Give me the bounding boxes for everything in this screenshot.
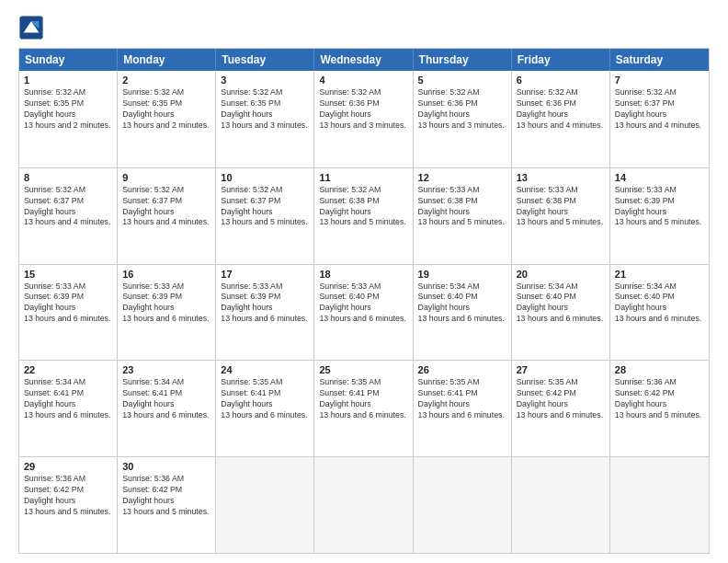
calendar-cell: 2 Sunrise: 5:32 AMSunset: 6:35 PMDayligh…	[118, 71, 216, 167]
day-number: 24	[221, 364, 309, 375]
calendar-cell: 30 Sunrise: 5:36 AMSunset: 6:42 PMDaylig…	[118, 457, 216, 553]
day-info: Sunrise: 5:35 AMSunset: 6:41 PMDaylight …	[418, 377, 506, 421]
calendar-cell: 9 Sunrise: 5:32 AMSunset: 6:37 PMDayligh…	[118, 168, 216, 264]
day-info: Sunrise: 5:32 AMSunset: 6:37 PMDaylight …	[615, 87, 704, 132]
calendar-cell	[216, 457, 314, 553]
day-number: 11	[319, 172, 407, 183]
day-number: 7	[615, 75, 704, 86]
day-number: 2	[122, 75, 210, 86]
week-row-3: 15 Sunrise: 5:33 AMSunset: 6:39 PMDaylig…	[19, 264, 709, 361]
day-info: Sunrise: 5:32 AMSunset: 6:37 PMDaylight …	[122, 185, 210, 229]
calendar-cell: 16 Sunrise: 5:33 AMSunset: 6:39 PMDaylig…	[118, 265, 216, 361]
day-info: Sunrise: 5:33 AMSunset: 6:39 PMDaylight …	[122, 282, 210, 326]
calendar-cell: 20 Sunrise: 5:34 AMSunset: 6:40 PMDaylig…	[512, 265, 610, 361]
calendar-cell: 5 Sunrise: 5:32 AMSunset: 6:36 PMDayligh…	[414, 71, 512, 167]
calendar-cell: 29 Sunrise: 5:36 AMSunset: 6:42 PMDaylig…	[19, 457, 118, 553]
day-number: 1	[24, 75, 112, 86]
day-info: Sunrise: 5:32 AMSunset: 6:35 PMDaylight …	[122, 87, 210, 132]
logo	[18, 15, 48, 40]
day-info: Sunrise: 5:34 AMSunset: 6:41 PMDaylight …	[122, 377, 210, 421]
day-info: Sunrise: 5:32 AMSunset: 6:38 PMDaylight …	[319, 185, 407, 229]
day-number: 20	[517, 269, 605, 280]
week-row-1: 1 Sunrise: 5:32 AMSunset: 6:35 PMDayligh…	[19, 71, 709, 167]
day-number: 9	[122, 172, 210, 183]
day-number: 19	[418, 269, 506, 280]
day-info: Sunrise: 5:34 AMSunset: 6:41 PMDaylight …	[24, 377, 112, 421]
calendar-cell: 1 Sunrise: 5:32 AMSunset: 6:35 PMDayligh…	[19, 71, 118, 167]
day-info: Sunrise: 5:33 AMSunset: 6:39 PMDaylight …	[221, 282, 309, 326]
day-number: 27	[517, 364, 605, 375]
day-number: 22	[24, 364, 112, 375]
calendar-cell: 12 Sunrise: 5:33 AMSunset: 6:38 PMDaylig…	[414, 168, 512, 264]
day-number: 16	[122, 269, 210, 280]
day-number: 25	[319, 364, 407, 375]
day-info: Sunrise: 5:32 AMSunset: 6:35 PMDaylight …	[24, 87, 112, 132]
calendar-header: Sunday Monday Tuesday Wednesday Thursday…	[19, 49, 709, 71]
calendar-cell: 22 Sunrise: 5:34 AMSunset: 6:41 PMDaylig…	[19, 361, 118, 456]
calendar-cell: 10 Sunrise: 5:32 AMSunset: 6:37 PMDaylig…	[216, 168, 314, 264]
calendar: Sunday Monday Tuesday Wednesday Thursday…	[18, 48, 710, 554]
week-row-4: 22 Sunrise: 5:34 AMSunset: 6:41 PMDaylig…	[19, 360, 709, 456]
day-number: 28	[615, 364, 704, 375]
calendar-cell: 19 Sunrise: 5:34 AMSunset: 6:40 PMDaylig…	[414, 265, 512, 361]
calendar-cell: 21 Sunrise: 5:34 AMSunset: 6:40 PMDaylig…	[610, 265, 709, 361]
calendar-cell: 28 Sunrise: 5:36 AMSunset: 6:42 PMDaylig…	[610, 361, 709, 456]
calendar-cell	[610, 457, 709, 553]
calendar-cell: 26 Sunrise: 5:35 AMSunset: 6:41 PMDaylig…	[414, 361, 512, 456]
day-info: Sunrise: 5:32 AMSunset: 6:37 PMDaylight …	[221, 185, 309, 229]
week-row-5: 29 Sunrise: 5:36 AMSunset: 6:42 PMDaylig…	[19, 456, 709, 553]
day-info: Sunrise: 5:32 AMSunset: 6:36 PMDaylight …	[418, 87, 506, 132]
day-number: 26	[418, 364, 506, 375]
day-info: Sunrise: 5:33 AMSunset: 6:39 PMDaylight …	[615, 185, 704, 229]
calendar-cell: 25 Sunrise: 5:35 AMSunset: 6:41 PMDaylig…	[314, 361, 413, 456]
day-number: 18	[319, 269, 407, 280]
day-number: 8	[24, 172, 112, 183]
day-info: Sunrise: 5:34 AMSunset: 6:40 PMDaylight …	[517, 282, 605, 326]
calendar-cell: 24 Sunrise: 5:35 AMSunset: 6:41 PMDaylig…	[216, 361, 314, 456]
header-saturday: Saturday	[610, 49, 709, 71]
week-row-2: 8 Sunrise: 5:32 AMSunset: 6:37 PMDayligh…	[19, 167, 709, 264]
calendar-body: 1 Sunrise: 5:32 AMSunset: 6:35 PMDayligh…	[19, 71, 709, 553]
calendar-cell: 15 Sunrise: 5:33 AMSunset: 6:39 PMDaylig…	[19, 265, 118, 361]
day-info: Sunrise: 5:33 AMSunset: 6:38 PMDaylight …	[517, 185, 605, 229]
calendar-cell: 13 Sunrise: 5:33 AMSunset: 6:38 PMDaylig…	[512, 168, 610, 264]
page: Sunday Monday Tuesday Wednesday Thursday…	[0, 0, 728, 563]
calendar-cell: 8 Sunrise: 5:32 AMSunset: 6:37 PMDayligh…	[19, 168, 118, 264]
calendar-cell: 27 Sunrise: 5:35 AMSunset: 6:42 PMDaylig…	[512, 361, 610, 456]
day-info: Sunrise: 5:34 AMSunset: 6:40 PMDaylight …	[418, 282, 506, 326]
day-number: 23	[122, 364, 210, 375]
calendar-cell	[414, 457, 512, 553]
calendar-cell: 11 Sunrise: 5:32 AMSunset: 6:38 PMDaylig…	[314, 168, 413, 264]
day-number: 14	[615, 172, 704, 183]
day-info: Sunrise: 5:36 AMSunset: 6:42 PMDaylight …	[24, 474, 112, 518]
day-number: 4	[319, 75, 407, 86]
calendar-cell: 7 Sunrise: 5:32 AMSunset: 6:37 PMDayligh…	[610, 71, 709, 167]
header-wednesday: Wednesday	[314, 49, 413, 71]
day-info: Sunrise: 5:36 AMSunset: 6:42 PMDaylight …	[122, 474, 210, 518]
calendar-cell: 6 Sunrise: 5:32 AMSunset: 6:36 PMDayligh…	[512, 71, 610, 167]
header	[18, 15, 710, 40]
day-info: Sunrise: 5:33 AMSunset: 6:38 PMDaylight …	[418, 185, 506, 229]
day-info: Sunrise: 5:35 AMSunset: 6:41 PMDaylight …	[319, 377, 407, 421]
day-number: 13	[517, 172, 605, 183]
day-number: 29	[24, 461, 112, 472]
day-number: 15	[24, 269, 112, 280]
calendar-cell: 23 Sunrise: 5:34 AMSunset: 6:41 PMDaylig…	[118, 361, 216, 456]
calendar-cell	[314, 457, 413, 553]
header-monday: Monday	[118, 49, 216, 71]
header-friday: Friday	[512, 49, 610, 71]
day-info: Sunrise: 5:32 AMSunset: 6:35 PMDaylight …	[221, 87, 309, 132]
logo-icon	[18, 15, 44, 40]
calendar-cell: 3 Sunrise: 5:32 AMSunset: 6:35 PMDayligh…	[216, 71, 314, 167]
calendar-cell: 18 Sunrise: 5:33 AMSunset: 6:40 PMDaylig…	[314, 265, 413, 361]
day-number: 30	[122, 461, 210, 472]
calendar-cell: 4 Sunrise: 5:32 AMSunset: 6:36 PMDayligh…	[314, 71, 413, 167]
day-number: 17	[221, 269, 309, 280]
day-number: 21	[615, 269, 704, 280]
day-info: Sunrise: 5:33 AMSunset: 6:39 PMDaylight …	[24, 282, 112, 326]
day-info: Sunrise: 5:36 AMSunset: 6:42 PMDaylight …	[615, 377, 704, 421]
day-info: Sunrise: 5:35 AMSunset: 6:41 PMDaylight …	[221, 377, 309, 421]
header-sunday: Sunday	[19, 49, 118, 71]
day-info: Sunrise: 5:32 AMSunset: 6:36 PMDaylight …	[319, 87, 407, 132]
day-number: 6	[517, 75, 605, 86]
